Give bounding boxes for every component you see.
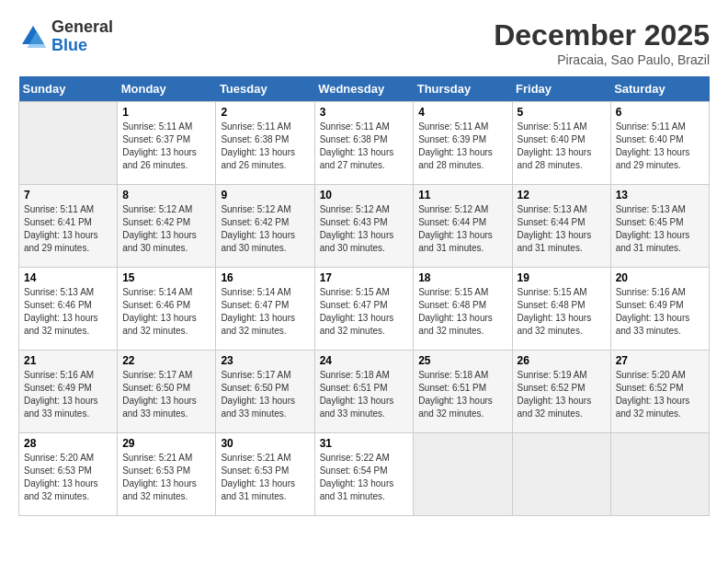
- calendar-cell: [19, 102, 118, 185]
- day-number: 22: [122, 354, 210, 367]
- calendar-cell: 27Sunrise: 5:20 AM Sunset: 6:52 PM Dayli…: [610, 350, 709, 433]
- day-number: 26: [518, 354, 606, 367]
- day-info: Sunrise: 5:12 AM Sunset: 6:42 PM Dayligh…: [221, 203, 309, 255]
- day-number: 31: [320, 437, 409, 450]
- calendar-cell: 16Sunrise: 5:14 AM Sunset: 6:47 PM Dayli…: [216, 268, 314, 350]
- calendar-cell: 25Sunrise: 5:18 AM Sunset: 6:51 PM Dayli…: [414, 350, 512, 433]
- day-info: Sunrise: 5:18 AM Sunset: 6:51 PM Dayligh…: [320, 369, 409, 420]
- day-info: Sunrise: 5:11 AM Sunset: 6:38 PM Dayligh…: [320, 121, 409, 172]
- day-number: 19: [518, 271, 606, 284]
- calendar-table: SundayMondayTuesdayWednesdayThursdayFrid…: [18, 76, 710, 516]
- day-number: 12: [518, 189, 606, 201]
- calendar-cell: [414, 433, 512, 516]
- day-info: Sunrise: 5:11 AM Sunset: 6:39 PM Dayligh…: [418, 121, 506, 172]
- calendar-cell: 14Sunrise: 5:13 AM Sunset: 6:46 PM Dayli…: [19, 268, 118, 350]
- day-info: Sunrise: 5:20 AM Sunset: 6:53 PM Dayligh…: [24, 452, 112, 503]
- day-number: 8: [122, 189, 210, 201]
- calendar-cell: 30Sunrise: 5:21 AM Sunset: 6:53 PM Dayli…: [216, 433, 314, 516]
- day-number: 25: [418, 354, 506, 367]
- weekday-header-row: SundayMondayTuesdayWednesdayThursdayFrid…: [19, 76, 710, 102]
- day-number: 18: [418, 271, 506, 284]
- calendar-cell: 26Sunrise: 5:19 AM Sunset: 6:52 PM Dayli…: [512, 350, 610, 433]
- logo: General Blue: [18, 18, 113, 55]
- day-info: Sunrise: 5:14 AM Sunset: 6:47 PM Dayligh…: [221, 286, 309, 338]
- day-number: 15: [122, 271, 210, 284]
- day-info: Sunrise: 5:13 AM Sunset: 6:44 PM Dayligh…: [518, 203, 606, 255]
- day-info: Sunrise: 5:12 AM Sunset: 6:43 PM Dayligh…: [320, 203, 409, 255]
- day-number: 16: [221, 271, 309, 284]
- calendar-cell: 6Sunrise: 5:11 AM Sunset: 6:40 PM Daylig…: [610, 102, 709, 185]
- day-info: Sunrise: 5:16 AM Sunset: 6:49 PM Dayligh…: [616, 286, 704, 338]
- calendar-cell: [512, 433, 610, 516]
- weekday-header-wednesday: Wednesday: [314, 76, 414, 102]
- day-number: 11: [418, 189, 506, 201]
- day-info: Sunrise: 5:15 AM Sunset: 6:48 PM Dayligh…: [418, 286, 506, 338]
- title-block: December 2025 Piracaia, Sao Paulo, Brazi…: [494, 18, 710, 67]
- week-row-3: 14Sunrise: 5:13 AM Sunset: 6:46 PM Dayli…: [19, 268, 710, 350]
- day-info: Sunrise: 5:12 AM Sunset: 6:44 PM Dayligh…: [418, 203, 506, 255]
- day-number: 17: [320, 271, 409, 284]
- day-info: Sunrise: 5:12 AM Sunset: 6:42 PM Dayligh…: [122, 203, 210, 255]
- day-info: Sunrise: 5:15 AM Sunset: 6:47 PM Dayligh…: [320, 286, 409, 338]
- logo-text: General Blue: [51, 18, 113, 55]
- day-info: Sunrise: 5:21 AM Sunset: 6:53 PM Dayligh…: [221, 452, 309, 503]
- day-info: Sunrise: 5:11 AM Sunset: 6:37 PM Dayligh…: [122, 121, 210, 172]
- calendar-cell: 2Sunrise: 5:11 AM Sunset: 6:38 PM Daylig…: [216, 102, 314, 185]
- day-number: 9: [221, 189, 309, 201]
- day-number: 20: [616, 271, 704, 284]
- day-number: 4: [418, 106, 506, 119]
- calendar-cell: 10Sunrise: 5:12 AM Sunset: 6:43 PM Dayli…: [314, 185, 414, 268]
- week-row-2: 7Sunrise: 5:11 AM Sunset: 6:41 PM Daylig…: [19, 185, 710, 268]
- calendar-cell: 9Sunrise: 5:12 AM Sunset: 6:42 PM Daylig…: [216, 185, 314, 268]
- day-info: Sunrise: 5:20 AM Sunset: 6:52 PM Dayligh…: [616, 369, 704, 420]
- calendar-cell: [610, 433, 709, 516]
- week-row-4: 21Sunrise: 5:16 AM Sunset: 6:49 PM Dayli…: [19, 350, 710, 433]
- calendar-cell: 7Sunrise: 5:11 AM Sunset: 6:41 PM Daylig…: [19, 185, 118, 268]
- day-info: Sunrise: 5:11 AM Sunset: 6:40 PM Dayligh…: [616, 121, 704, 172]
- weekday-header-thursday: Thursday: [414, 76, 512, 102]
- day-number: 5: [518, 106, 606, 119]
- day-info: Sunrise: 5:17 AM Sunset: 6:50 PM Dayligh…: [122, 369, 210, 420]
- day-number: 1: [122, 106, 210, 119]
- calendar-cell: 20Sunrise: 5:16 AM Sunset: 6:49 PM Dayli…: [610, 268, 709, 350]
- day-number: 3: [320, 106, 409, 119]
- day-info: Sunrise: 5:13 AM Sunset: 6:45 PM Dayligh…: [616, 203, 704, 255]
- location-subtitle: Piracaia, Sao Paulo, Brazil: [494, 52, 710, 67]
- month-title: December 2025: [494, 18, 710, 52]
- day-number: 27: [616, 354, 704, 367]
- day-info: Sunrise: 5:22 AM Sunset: 6:54 PM Dayligh…: [320, 452, 409, 503]
- day-info: Sunrise: 5:19 AM Sunset: 6:52 PM Dayligh…: [518, 369, 606, 420]
- calendar-cell: 13Sunrise: 5:13 AM Sunset: 6:45 PM Dayli…: [610, 185, 709, 268]
- day-number: 23: [221, 354, 309, 367]
- day-number: 30: [221, 437, 309, 450]
- calendar-cell: 11Sunrise: 5:12 AM Sunset: 6:44 PM Dayli…: [414, 185, 512, 268]
- calendar-cell: 17Sunrise: 5:15 AM Sunset: 6:47 PM Dayli…: [314, 268, 414, 350]
- day-info: Sunrise: 5:21 AM Sunset: 6:53 PM Dayligh…: [122, 452, 210, 503]
- calendar-cell: 12Sunrise: 5:13 AM Sunset: 6:44 PM Dayli…: [512, 185, 610, 268]
- day-number: 24: [320, 354, 409, 367]
- calendar-cell: 31Sunrise: 5:22 AM Sunset: 6:54 PM Dayli…: [314, 433, 414, 516]
- day-info: Sunrise: 5:18 AM Sunset: 6:51 PM Dayligh…: [418, 369, 506, 420]
- calendar-cell: 24Sunrise: 5:18 AM Sunset: 6:51 PM Dayli…: [314, 350, 414, 433]
- calendar-cell: 22Sunrise: 5:17 AM Sunset: 6:50 PM Dayli…: [118, 350, 216, 433]
- day-number: 6: [616, 106, 704, 119]
- day-number: 14: [24, 271, 112, 284]
- calendar-cell: 4Sunrise: 5:11 AM Sunset: 6:39 PM Daylig…: [414, 102, 512, 185]
- weekday-header-monday: Monday: [118, 76, 216, 102]
- day-info: Sunrise: 5:14 AM Sunset: 6:46 PM Dayligh…: [122, 286, 210, 338]
- day-number: 28: [24, 437, 112, 450]
- weekday-header-tuesday: Tuesday: [216, 76, 314, 102]
- calendar-cell: 21Sunrise: 5:16 AM Sunset: 6:49 PM Dayli…: [19, 350, 118, 433]
- day-info: Sunrise: 5:11 AM Sunset: 6:38 PM Dayligh…: [221, 121, 309, 172]
- day-info: Sunrise: 5:13 AM Sunset: 6:46 PM Dayligh…: [24, 286, 112, 338]
- calendar-cell: 8Sunrise: 5:12 AM Sunset: 6:42 PM Daylig…: [118, 185, 216, 268]
- day-number: 7: [24, 189, 112, 201]
- calendar-cell: 18Sunrise: 5:15 AM Sunset: 6:48 PM Dayli…: [414, 268, 512, 350]
- weekday-header-saturday: Saturday: [610, 76, 709, 102]
- day-number: 10: [320, 189, 409, 201]
- day-info: Sunrise: 5:15 AM Sunset: 6:48 PM Dayligh…: [518, 286, 606, 338]
- calendar-cell: 15Sunrise: 5:14 AM Sunset: 6:46 PM Dayli…: [118, 268, 216, 350]
- day-number: 21: [24, 354, 112, 367]
- logo-icon: [18, 22, 48, 52]
- calendar-cell: 29Sunrise: 5:21 AM Sunset: 6:53 PM Dayli…: [118, 433, 216, 516]
